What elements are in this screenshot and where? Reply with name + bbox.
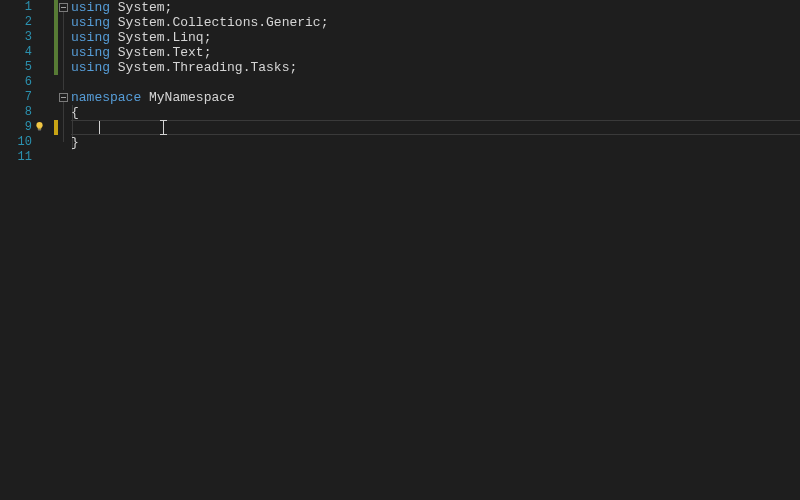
line-number: 6 xyxy=(0,75,32,90)
code-line[interactable]: namespace MyNamespace xyxy=(71,90,800,105)
code-line[interactable] xyxy=(71,120,800,135)
code-text: System.Linq; xyxy=(110,30,211,45)
fold-guide-line xyxy=(63,12,64,90)
keyword: using xyxy=(71,45,110,60)
code-text: System.Threading.Tasks; xyxy=(110,60,297,75)
fold-minus-icon[interactable] xyxy=(59,93,68,102)
code-line[interactable]: } xyxy=(71,135,800,150)
keyword: using xyxy=(71,30,110,45)
line-number: 9 xyxy=(0,120,32,135)
line-number: 8 xyxy=(0,105,32,120)
code-line[interactable]: using System.Text; xyxy=(71,45,800,60)
lightbulb-icon[interactable] xyxy=(34,121,45,132)
keyword: using xyxy=(71,15,110,30)
svg-rect-1 xyxy=(38,128,41,130)
line-number: 10 xyxy=(0,135,32,150)
line-number: 4 xyxy=(0,45,32,60)
fold-guide-line xyxy=(63,102,64,142)
code-text: System; xyxy=(110,0,172,15)
svg-rect-2 xyxy=(38,130,41,131)
folding-margin xyxy=(59,0,71,500)
line-number-gutter: 1 2 3 4 5 6 7 8 9 10 11 xyxy=(0,0,40,500)
code-text: { xyxy=(71,105,79,120)
text-cursor-icon xyxy=(163,120,164,135)
code-line[interactable]: using System.Collections.Generic; xyxy=(71,15,800,30)
saved-change-marker xyxy=(54,0,58,75)
code-text: System.Collections.Generic; xyxy=(110,15,328,30)
code-line[interactable] xyxy=(71,75,800,90)
line-number: 11 xyxy=(0,150,32,165)
code-area[interactable]: using System; using System.Collections.G… xyxy=(71,0,800,500)
code-text: } xyxy=(71,135,79,150)
keyword: using xyxy=(71,0,110,15)
code-line[interactable]: using System.Linq; xyxy=(71,30,800,45)
code-text: MyNamespace xyxy=(141,90,235,105)
code-line[interactable]: { xyxy=(71,105,800,120)
line-number: 1 xyxy=(0,0,32,15)
code-line[interactable]: using System.Threading.Tasks; xyxy=(71,60,800,75)
code-line[interactable] xyxy=(71,150,800,165)
keyword: namespace xyxy=(71,90,141,105)
glyph-margin xyxy=(40,0,54,500)
fold-minus-icon[interactable] xyxy=(59,3,68,12)
code-text: System.Text; xyxy=(110,45,211,60)
keyword: using xyxy=(71,60,110,75)
line-number: 7 xyxy=(0,90,32,105)
unsaved-change-marker xyxy=(54,120,58,135)
text-caret xyxy=(99,121,100,134)
line-number: 5 xyxy=(0,60,32,75)
code-line[interactable]: using System; xyxy=(71,0,800,15)
line-number: 3 xyxy=(0,30,32,45)
line-number: 2 xyxy=(0,15,32,30)
code-editor[interactable]: 1 2 3 4 5 6 7 8 9 10 11 xyxy=(0,0,800,500)
svg-point-0 xyxy=(36,122,42,128)
